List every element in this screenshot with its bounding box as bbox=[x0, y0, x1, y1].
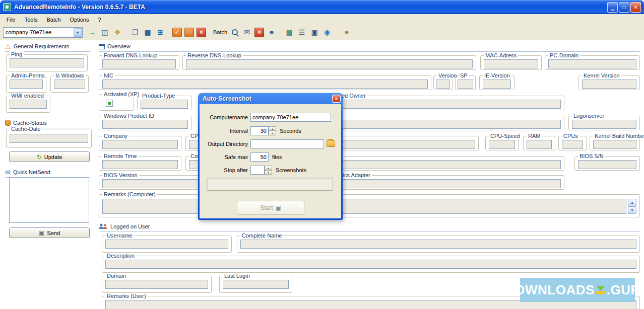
send-button-label: Send bbox=[47, 230, 60, 236]
spin-down-icon[interactable]: ▼ bbox=[265, 170, 272, 175]
field-ping: Ping bbox=[6, 54, 88, 71]
pc-domain-input[interactable] bbox=[548, 59, 636, 68]
interval-input[interactable]: 30 bbox=[250, 126, 269, 135]
field-mac-adress: MAC-Adress bbox=[480, 55, 542, 70]
remote-time-input[interactable] bbox=[102, 160, 178, 169]
registered-owner-input[interactable] bbox=[319, 100, 561, 109]
wizard-icon[interactable]: ❖ bbox=[112, 27, 123, 38]
kernel-build-input[interactable] bbox=[593, 140, 636, 149]
last-login-input[interactable] bbox=[223, 280, 289, 289]
browse-folder-icon[interactable] bbox=[327, 140, 335, 147]
stop-after-stepper[interactable]: ▲ ▼ bbox=[265, 166, 272, 175]
username-input[interactable] bbox=[105, 240, 228, 249]
field-label: Admin-Perms. bbox=[10, 72, 48, 79]
menu-help[interactable]: ? bbox=[93, 16, 105, 24]
scan-icon[interactable]: ◫ bbox=[99, 27, 110, 38]
computername-input[interactable]: company-70e71ee bbox=[250, 113, 331, 122]
menu-file[interactable]: File bbox=[2, 16, 20, 24]
cpu-speed-input[interactable] bbox=[489, 140, 515, 149]
batch-mail-icon[interactable]: ✉ bbox=[241, 27, 252, 38]
copy-icon[interactable]: ❐ bbox=[130, 27, 141, 38]
netsend-message-input[interactable] bbox=[9, 178, 89, 223]
dialog-titlebar[interactable]: Auto-Screenshot bbox=[198, 93, 343, 104]
bios-sn-input[interactable] bbox=[578, 160, 636, 169]
structure-icon[interactable]: ☰ bbox=[296, 27, 307, 38]
maximize-button[interactable]: □ bbox=[619, 2, 629, 13]
save-icon[interactable]: ▦ bbox=[142, 27, 153, 38]
report-icon[interactable]: ▤ bbox=[284, 27, 295, 38]
field-version: Version bbox=[433, 75, 453, 90]
field-remote-time: Remote Time bbox=[99, 156, 181, 171]
safe-max-input[interactable]: 50 bbox=[250, 152, 269, 162]
safe-max-label: Safe max bbox=[204, 154, 248, 160]
remote-desktop-icon[interactable]: ▣ bbox=[309, 27, 320, 38]
reverse-dns-input[interactable] bbox=[186, 59, 473, 68]
field-label: NIC bbox=[102, 72, 115, 79]
cpus-input[interactable] bbox=[562, 140, 583, 149]
sp-input[interactable] bbox=[458, 80, 473, 89]
description-input[interactable] bbox=[105, 260, 636, 269]
spin-down-icon[interactable]: ▼ bbox=[269, 131, 276, 135]
ping-input[interactable] bbox=[10, 58, 84, 67]
window-title: AdvancedRemoteInfo - Version 0.6.5.7 - B… bbox=[14, 4, 606, 11]
remarks-scrollbar[interactable]: ▲ ▼ bbox=[628, 199, 636, 214]
field-label: IE-Version bbox=[483, 72, 511, 79]
check-all-icon[interactable]: ✓ bbox=[172, 28, 182, 37]
titlebar[interactable]: AdvancedRemoteInfo - Version 0.6.5.7 - B… bbox=[0, 0, 644, 14]
kernel-version-input[interactable] bbox=[582, 80, 636, 89]
graphics-adapter-input[interactable] bbox=[326, 179, 561, 188]
overview-icon bbox=[99, 44, 105, 49]
output-directory-input[interactable] bbox=[250, 139, 324, 148]
uncheck-all-icon[interactable]: □ bbox=[184, 28, 194, 37]
nic-input[interactable] bbox=[102, 80, 428, 89]
activated-checkbox[interactable] bbox=[106, 100, 113, 107]
stop-after-input[interactable] bbox=[250, 166, 265, 175]
chevron-down-icon[interactable]: ▼ bbox=[74, 28, 82, 37]
ram-input[interactable] bbox=[527, 140, 552, 149]
scroll-down-icon[interactable]: ▼ bbox=[628, 206, 636, 214]
go-icon[interactable]: → bbox=[87, 27, 98, 38]
update-button[interactable]: ↻ Update bbox=[9, 151, 90, 162]
logonserver-input[interactable] bbox=[572, 120, 636, 129]
batch-delete-icon[interactable]: × bbox=[254, 28, 264, 37]
watermark-logo bbox=[596, 286, 605, 294]
spin-up-icon[interactable]: ▲ bbox=[265, 166, 272, 170]
forward-dns-input[interactable] bbox=[102, 59, 176, 68]
mac-input[interactable] bbox=[484, 59, 538, 68]
batch-search-icon[interactable] bbox=[230, 28, 239, 37]
version-input[interactable] bbox=[436, 80, 450, 89]
product-type-input[interactable] bbox=[141, 100, 188, 109]
close-button[interactable]: × bbox=[630, 2, 641, 13]
domain-input[interactable] bbox=[105, 280, 208, 289]
field-remarks-computer: Remarks (Computer) ▲ ▼ bbox=[99, 194, 640, 217]
wmi-enabled-input[interactable] bbox=[10, 100, 47, 109]
start-button[interactable]: Start ▣ bbox=[237, 201, 304, 215]
remarks-computer-input[interactable] bbox=[102, 199, 626, 214]
delete-icon[interactable]: × bbox=[197, 28, 206, 37]
field-graphics-adapter: Graphics Adapter bbox=[323, 175, 564, 190]
send-button[interactable]: ▣ Send bbox=[9, 227, 90, 238]
admin-perms-input[interactable] bbox=[10, 80, 43, 89]
menu-options[interactable]: Options bbox=[66, 16, 94, 24]
dialog-close-button[interactable]: × bbox=[332, 95, 341, 103]
company-input[interactable] bbox=[102, 140, 178, 149]
user-icon[interactable]: ☻ bbox=[341, 27, 352, 38]
cache-date-input[interactable] bbox=[10, 134, 88, 143]
field-logonserver: Logonserver bbox=[568, 116, 640, 130]
menu-batch[interactable]: Batch bbox=[42, 16, 65, 24]
ie-version-input[interactable] bbox=[483, 80, 511, 89]
section-overview: Overview bbox=[99, 43, 640, 52]
info-icon[interactable]: ◉ bbox=[321, 27, 333, 38]
field-windows-product-id: Windows Product ID bbox=[99, 116, 191, 130]
computer-select[interactable]: company-70e71ee ▼ bbox=[3, 27, 83, 38]
windows-product-id-input[interactable] bbox=[102, 120, 188, 129]
spin-up-icon[interactable]: ▲ bbox=[269, 126, 276, 131]
is-windows-input[interactable] bbox=[54, 80, 85, 89]
interval-stepper[interactable]: ▲ ▼ bbox=[269, 126, 276, 135]
menu-tools[interactable]: Tools bbox=[20, 16, 42, 24]
batch-users-icon[interactable]: ☻ bbox=[266, 27, 277, 38]
scroll-up-icon[interactable]: ▲ bbox=[628, 199, 636, 206]
complete-name-input[interactable] bbox=[240, 240, 636, 249]
export-icon[interactable]: ⊞ bbox=[155, 27, 166, 38]
minimize-button[interactable]: ▁ bbox=[607, 2, 618, 13]
